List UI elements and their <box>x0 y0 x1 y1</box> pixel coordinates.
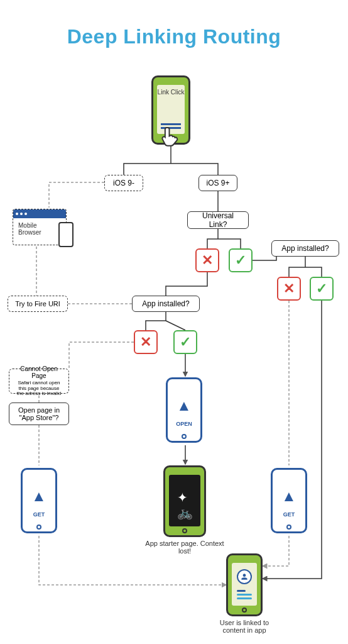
node-universal-link: Universal Link? <box>187 211 249 229</box>
get-app-phone-left: ▲ GET <box>21 468 57 533</box>
user-avatar-icon <box>237 569 252 584</box>
start-phone: Link Click <box>151 75 190 145</box>
starter-page-phone: ✦🚲 <box>163 465 206 537</box>
bike-icon: ✦🚲 <box>177 490 193 520</box>
app-installed-right-yes: ✓ <box>310 277 334 301</box>
app-installed-left-yes: ✓ <box>173 330 197 354</box>
node-ios9-plus: iOS 9+ <box>198 175 237 191</box>
deeplink-result-phone <box>226 553 263 616</box>
app-installed-right-no: ✕ <box>277 277 301 301</box>
cannot-open-detail: Safari cannot open this page because the… <box>16 380 62 397</box>
open-label: OPEN <box>171 421 197 427</box>
link-click-label: Link Click <box>157 89 185 96</box>
universal-link-yes: ✓ <box>229 248 253 272</box>
cannot-open-title: Cannot Open Page <box>16 365 62 379</box>
app-installed-left-no: ✕ <box>134 330 158 354</box>
node-app-installed-right: App installed? <box>271 240 339 257</box>
node-cannot-open: Cannot Open Page Safari cannot open this… <box>9 369 69 394</box>
get-app-phone-right: ▲ GET <box>271 468 307 533</box>
mobile-browser-box: Mobile Browser <box>13 209 67 245</box>
universal-link-no: ✕ <box>195 248 219 272</box>
node-open-in-appstore: Open page in "App Store"? <box>9 402 69 425</box>
node-app-installed-left: App installed? <box>132 296 200 312</box>
app-store-icon: ▲ <box>281 487 296 505</box>
starter-caption: App starter page. Context lost! <box>144 540 225 555</box>
get-label-right: GET <box>276 511 302 518</box>
mobile-browser-label: Mobile Browser <box>18 222 41 236</box>
page-title: Deep Linking Routing <box>0 25 348 48</box>
get-label-left: GET <box>26 511 52 518</box>
browser-phone-icon <box>58 222 73 247</box>
open-app-phone: ▲ OPEN <box>166 377 202 443</box>
app-store-icon: ▲ <box>31 487 46 505</box>
node-try-fire-uri: Try to Fire URI <box>8 296 68 312</box>
deeplink-caption: User is linked to content in app <box>210 619 279 634</box>
node-ios9-minus: iOS 9- <box>104 175 143 191</box>
app-store-icon: ▲ <box>177 397 192 414</box>
content-lines-icon <box>237 588 252 599</box>
hand-pointer-icon <box>158 125 183 150</box>
